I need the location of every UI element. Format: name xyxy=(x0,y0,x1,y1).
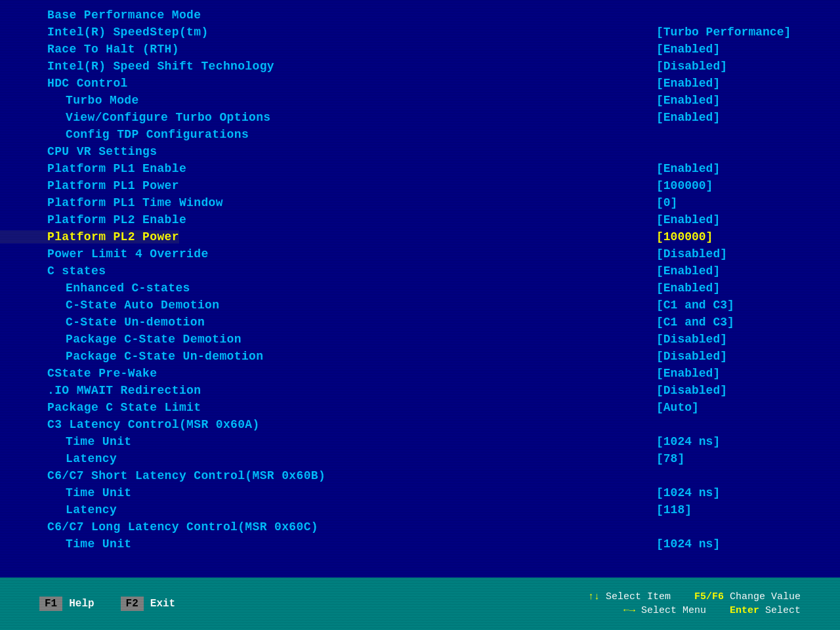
menu-item[interactable]: CState Pre-Wake[Enabled] xyxy=(0,366,840,383)
bios-screen: Base Performance ModeIntel(R) SpeedStep(… xyxy=(0,0,840,630)
menu-item-label: Power Limit 4 Override xyxy=(0,247,209,261)
f5f6-label: F5/F6 xyxy=(694,591,724,602)
menu-item-value: [1024 ns] xyxy=(656,435,840,448)
menu-item[interactable]: Latency[78] xyxy=(0,452,840,469)
menu-item-value: [Enabled] xyxy=(656,367,840,380)
menu-item-value: [Turbo Performance] xyxy=(656,26,840,39)
menu-item-value: [78] xyxy=(656,452,840,465)
menu-item-label: Time Unit xyxy=(0,435,131,448)
menu-item[interactable]: C-State Un-demotion[C1 and C3] xyxy=(0,315,840,332)
menu-item-value: [Disabled] xyxy=(656,384,840,397)
menu-item-label: Platform PL2 Enable xyxy=(0,213,186,226)
menu-item[interactable]: Platform PL2 Enable[Enabled] xyxy=(0,213,840,230)
menu-item-value: [0] xyxy=(656,196,840,209)
menu-item[interactable]: Config TDP Configurations xyxy=(0,127,840,144)
menu-item-value: [118] xyxy=(656,503,840,516)
menu-item-label: Time Unit xyxy=(0,537,131,551)
menu-item-label: Platform PL2 Power xyxy=(0,230,179,243)
menu-item[interactable]: Package C-State Un-demotion[Disabled] xyxy=(0,349,840,366)
menu-item[interactable]: .IO MWAIT Redirection[Disabled] xyxy=(0,383,840,400)
menu-item[interactable]: Time Unit[1024 ns] xyxy=(0,537,840,554)
menu-item-label: Package C-State Demotion xyxy=(0,333,242,346)
menu-item[interactable]: Platform PL1 Time Window[0] xyxy=(0,196,840,213)
menu-item-label: Latency xyxy=(0,452,117,465)
menu-item-value: [Enabled] xyxy=(656,162,840,175)
menu-item[interactable]: C3 Latency Control(MSR 0x60A) xyxy=(0,417,840,434)
menu-item-label: CState Pre-Wake xyxy=(0,367,157,380)
menu-item-label: .IO MWAIT Redirection xyxy=(0,384,201,397)
main-content: Base Performance ModeIntel(R) SpeedStep(… xyxy=(0,0,840,578)
menu-item[interactable]: Intel(R) Speed Shift Technology[Disabled… xyxy=(0,59,840,76)
menu-item-value: [Disabled] xyxy=(656,333,840,346)
menu-item[interactable]: Package C State Limit[Auto] xyxy=(0,400,840,417)
f1-help: F1 Help xyxy=(39,597,94,611)
menu-item-value: [1024 ns] xyxy=(656,537,840,551)
menu-item-value: [Enabled] xyxy=(656,94,840,107)
f1-desc: Help xyxy=(69,598,94,610)
f5f6-desc: Change Value xyxy=(730,591,801,602)
menu-item-value: [Enabled] xyxy=(656,111,840,124)
menu-item[interactable]: Power Limit 4 Override[Disabled] xyxy=(0,247,840,264)
menu-item-label: Platform PL1 Power xyxy=(0,179,179,192)
menu-list: Base Performance ModeIntel(R) SpeedStep(… xyxy=(0,8,840,554)
menu-item-value: [Enabled] xyxy=(656,213,840,226)
menu-item-label: Latency xyxy=(0,503,117,516)
menu-item[interactable]: Platform PL1 Power[100000] xyxy=(0,178,840,196)
menu-item-label: C6/C7 Short Latency Control(MSR 0x60B) xyxy=(0,469,326,482)
menu-item[interactable]: HDC Control[Enabled] xyxy=(0,76,840,93)
menu-item-label: Enhanced C-states xyxy=(0,282,190,295)
menu-item-value: [Enabled] xyxy=(656,77,840,90)
select-item-desc: Select Item xyxy=(606,591,671,602)
menu-item-label: C states xyxy=(0,264,106,278)
menu-item-value: [Auto] xyxy=(656,401,840,414)
menu-item-label: Config TDP Configurations xyxy=(0,128,249,141)
status-right: ↑↓ Select Item F5/F6 Change Value ←→ Sel… xyxy=(588,591,801,616)
menu-item[interactable]: CPU VR Settings xyxy=(0,144,840,161)
menu-item-label: Race To Halt (RTH) xyxy=(0,43,179,56)
menu-item-label: C-State Un-demotion xyxy=(0,316,205,329)
menu-item-label: C3 Latency Control(MSR 0x60A) xyxy=(0,418,260,431)
enter-desc: Select xyxy=(765,605,801,616)
menu-item-value: [Disabled] xyxy=(656,350,840,363)
f2-exit: F2 Exit xyxy=(121,597,176,611)
menu-item-label: Base Performance Mode xyxy=(0,9,201,22)
menu-item[interactable]: C-State Auto Demotion[C1 and C3] xyxy=(0,298,840,315)
menu-item[interactable]: Latency[118] xyxy=(0,503,840,520)
f1-key: F1 xyxy=(39,597,62,611)
menu-item[interactable]: Platform PL2 Power[100000] xyxy=(0,230,840,247)
menu-item[interactable]: Enhanced C-states[Enabled] xyxy=(0,281,840,298)
menu-item[interactable]: Time Unit[1024 ns] xyxy=(0,486,840,503)
menu-item[interactable]: Platform PL1 Enable[Enabled] xyxy=(0,161,840,178)
menu-item-label: C6/C7 Long Latency Control(MSR 0x60C) xyxy=(0,520,318,534)
status-bar: F1 Help F2 Exit ↑↓ Select Item F5/F6 Cha… xyxy=(0,578,840,630)
f2-key: F2 xyxy=(121,597,144,611)
menu-item[interactable]: C6/C7 Short Latency Control(MSR 0x60B) xyxy=(0,469,840,486)
menu-item[interactable]: C6/C7 Long Latency Control(MSR 0x60C) xyxy=(0,520,840,537)
select-item: ↑↓ Select Item F5/F6 Change Value xyxy=(588,591,801,602)
select-menu: ←→ Select Menu Enter Select xyxy=(623,605,801,616)
arrows-label: ↑↓ xyxy=(588,591,606,602)
menu-item[interactable]: Time Unit[1024 ns] xyxy=(0,434,840,452)
menu-item[interactable]: Turbo Mode[Enabled] xyxy=(0,93,840,110)
menu-item-label: CPU VR Settings xyxy=(0,145,157,158)
menu-item[interactable]: Base Performance Mode xyxy=(0,8,840,25)
menu-item[interactable]: Race To Halt (RTH)[Enabled] xyxy=(0,42,840,59)
menu-item-label: Platform PL1 Enable xyxy=(0,162,186,175)
select-menu-desc: Select Menu xyxy=(641,605,706,616)
menu-item[interactable]: Intel(R) SpeedStep(tm)[Turbo Performance… xyxy=(0,25,840,42)
menu-item-value: [Disabled] xyxy=(656,60,840,73)
menu-item-label: Package C State Limit xyxy=(0,401,201,414)
menu-item[interactable]: Package C-State Demotion[Disabled] xyxy=(0,332,840,349)
menu-item-label: Intel(R) Speed Shift Technology xyxy=(0,60,274,73)
menu-item-value: [Enabled] xyxy=(656,264,840,278)
menu-item[interactable]: View/Configure Turbo Options[Enabled] xyxy=(0,110,840,127)
menu-item-label: Package C-State Un-demotion xyxy=(0,350,263,363)
menu-item-label: HDC Control xyxy=(0,77,128,90)
menu-item-label: C-State Auto Demotion xyxy=(0,299,219,312)
menu-item-value: [C1 and C3] xyxy=(656,299,840,312)
menu-item-label: View/Configure Turbo Options xyxy=(0,111,271,124)
menu-item-label: Turbo Mode xyxy=(0,94,139,107)
menu-item[interactable]: C states[Enabled] xyxy=(0,264,840,281)
menu-item-value: [1024 ns] xyxy=(656,486,840,499)
menu-item-label: Platform PL1 Time Window xyxy=(0,196,223,209)
